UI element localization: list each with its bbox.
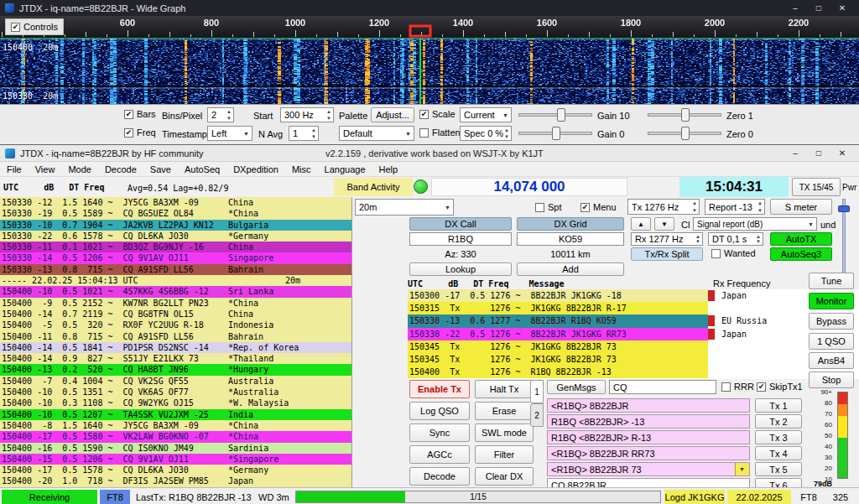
skiptx1-checkbox[interactable]: SkipTx1 (757, 382, 803, 392)
decode-row[interactable]: 150400 -17 0.5 1578 ~ CQ DL6KA JO30*Germ… (0, 465, 351, 475)
rx-row[interactable]: 150300 -17 0.5 1276 ~ 8B22BJR JK1GKG -18… (408, 289, 859, 302)
tx-message-field-2[interactable]: R1BQ <8B22BJR> -13 (547, 414, 750, 429)
monitor-button[interactable]: Monitor (809, 293, 854, 309)
rx-row[interactable]: 150330 -13 0.6 1277 ~ 8B22BJR R1BQ KO59E… (408, 314, 859, 327)
spt-checkbox[interactable]: Spt (535, 202, 562, 212)
dx-call-field[interactable]: R1BQ (409, 232, 512, 246)
gain-slider-bottom[interactable] (518, 127, 592, 140)
navg-spinner[interactable]: 1 (289, 126, 319, 141)
menu-misc[interactable]: Misc (285, 164, 318, 174)
timestamp-combo[interactable]: Left (207, 126, 252, 141)
freq-checkbox[interactable]: Freq (124, 127, 156, 138)
tx-tab-1[interactable]: 1 (530, 380, 544, 403)
tx4-button[interactable]: Tx 4 (755, 446, 802, 460)
frequency-scale[interactable] (0, 16, 859, 39)
rx-row[interactable]: 150400 Tx 1276 ~ R1BQ 8B22BJR -13 (408, 366, 859, 378)
log-qso-button[interactable]: Log QSO (409, 402, 470, 420)
bypass-button[interactable]: Bypass (809, 313, 854, 330)
rx-row[interactable]: 150345 Tx 1276 ~ JK1GKG 8B22BJR 73 (408, 340, 859, 353)
decode-row[interactable]: 150400 -9 0.5 2152 ~ KW7NR BG2LLT PN23*C… (0, 298, 351, 309)
rx-row[interactable]: 150345 Tx 1276 ~ JK1GKG 8B22BJR 73 (408, 353, 859, 366)
swl-mode-button[interactable]: SWL mode (475, 423, 534, 442)
rx-frequency-list[interactable]: 150300 -17 0.5 1276 ~ 8B22BJR JK1GKG -18… (408, 289, 859, 379)
signal-report-combo[interactable]: Signal report (dB) (693, 217, 817, 231)
dial-frequency[interactable]: 14,074 000 (431, 178, 627, 196)
decode-row[interactable]: 150330 -12 1.5 1640 ~ JY5CG BA3XM -09Chi… (0, 197, 351, 208)
close-button[interactable] (830, 145, 854, 161)
decode-row[interactable]: 150330 -14 0.5 1206 ~ CQ 9V1AV OJ11Singa… (0, 252, 351, 263)
slider-handle[interactable] (681, 127, 690, 140)
dx-grid-header[interactable]: DX Grid (517, 217, 624, 231)
stop-button[interactable]: Stop (809, 372, 854, 388)
decode-row[interactable]: 150330 -11 0.1 1021 ~ BD3QZ BG9NJY -16Ch… (0, 242, 351, 252)
slider-handle[interactable] (552, 127, 560, 140)
decode-row[interactable]: 150400 -10 0.5 1351 ~ CQ VK6AS OF77*Aust… (0, 387, 351, 397)
decode-row[interactable]: 150330 -19 0.5 1589 ~ CQ BG5UEZ OL84*Chi… (0, 208, 351, 219)
dropdown-arrow-icon[interactable] (735, 463, 749, 475)
menu-checkbox[interactable]: Menu (580, 202, 617, 212)
tx-freq-spinner[interactable]: Tx 1276 Hz (627, 199, 700, 215)
autotx-button[interactable]: AutoTX (770, 232, 832, 246)
s-meter-button[interactable]: S meter (770, 199, 832, 215)
pwr-slider[interactable] (839, 199, 849, 276)
spectrum-mode-combo[interactable]: Current (460, 107, 512, 122)
zero-slider-bottom[interactable] (648, 127, 721, 140)
band-activity-list[interactable]: 150330 -12 1.5 1640 ~ JY5CG BA3XM -09Chi… (0, 197, 351, 487)
menu-autoseq[interactable]: AutoSeq (178, 164, 226, 174)
zero-slider-top[interactable] (648, 108, 721, 122)
tune-button[interactable]: Tune (809, 273, 854, 289)
decode-row[interactable]: 150400 -10 0.5 1207 ~ TA4SSK VU2JXM -25I… (0, 409, 351, 420)
gain-slider-top[interactable] (518, 108, 592, 122)
genmsgs-button[interactable]: GenMsgs (547, 380, 606, 394)
menu-view[interactable]: View (29, 164, 62, 174)
lookup-button[interactable]: Lookup (409, 262, 512, 276)
close-button[interactable] (830, 0, 854, 16)
decode-row[interactable]: 150400 -14 0.9 827 ~ S51JY E21LKX 73*Tha… (0, 353, 351, 364)
decode-row[interactable]: 150400 -14 0.7 2119 ~ CQ BG8TFN OL15Chin… (0, 309, 351, 320)
tx5-button[interactable]: Tx 5 (755, 462, 802, 476)
slider-handle[interactable] (681, 108, 690, 122)
decode-row[interactable]: 150400 -11 0.8 715 ~ CQ A91SFD LL56Bahra… (0, 331, 351, 342)
tx2-button[interactable]: Tx 2 (755, 414, 802, 429)
maximize-button[interactable] (807, 0, 830, 16)
menu-help[interactable]: Help (372, 164, 405, 174)
decode-row[interactable]: 150400 -20 1.0 718 ~ DF3IS JA2SEW PM85Ja… (0, 475, 351, 486)
tx-message-field-1[interactable]: <R1BQ> 8B22BJR (547, 398, 750, 413)
tx-message-field-3[interactable]: R1BQ <8B22BJR> R-13 (547, 430, 750, 444)
minimize-button[interactable] (784, 0, 807, 16)
tab-band-activity[interactable]: Band Activity (334, 178, 413, 196)
maximize-button[interactable] (807, 145, 830, 161)
decode-row[interactable]: 150330 -22 0.6 1578 ~ CQ DL6KA JO30*Germ… (0, 231, 351, 242)
1-qso-button[interactable]: 1 QSO (809, 333, 854, 350)
adjust-button[interactable]: Adjust... (371, 107, 414, 122)
dt-spinner[interactable]: DT 0,1 s (708, 232, 763, 246)
tx-message-field-5[interactable]: <R1BQ> 8B22BJR 73 (547, 462, 750, 476)
flatten-checkbox[interactable]: Flatten (419, 127, 461, 138)
dx-call-header[interactable]: DX Call (409, 217, 512, 231)
dx-grid-field[interactable]: KO59 (517, 232, 624, 246)
tab-rx-frequency[interactable]: Rx Frequency (713, 278, 770, 288)
slider-handle[interactable] (557, 108, 565, 122)
txrx-split-button[interactable]: Tx/Rx Split (631, 247, 703, 261)
decode-row[interactable]: 150400 -5 0.5 320 ~ RX0F YC2UUG R-18Indo… (0, 320, 351, 330)
rx-row[interactable]: 150315 Tx 1276 ~ JK1GKG 8B22BJR R-17 (408, 302, 859, 314)
tx-watchdog-button[interactable]: TX 15/45 (792, 178, 841, 196)
decode-row[interactable]: 150400 -10 0.3 1108 ~ CQ 9W2YKG OJ15*W. … (0, 397, 351, 408)
band-combo[interactable]: 20m (355, 199, 454, 216)
decode-row[interactable]: 150330 -13 0.8 715 ~ CQ A91SFD LL56Bahra… (0, 264, 351, 275)
decode-row[interactable]: 150400 -16 0.5 1590 ~ CQ IS0KNO JM49Sard… (0, 443, 351, 454)
palette-combo[interactable]: Default (339, 126, 414, 141)
menu-dxpedition[interactable]: DXpedition (226, 164, 285, 174)
decode-button[interactable]: Decode (409, 467, 470, 486)
enable-tx-button[interactable]: Enable Tx (409, 380, 470, 398)
waterfall-canvas[interactable] (0, 39, 859, 104)
minimize-button[interactable] (784, 145, 807, 161)
decode-row[interactable]: 150400 -15 0.5 1206 ~ CQ 9V1AV OJ11*Sing… (0, 454, 351, 465)
menu-save[interactable]: Save (143, 164, 178, 174)
menu-mode[interactable]: Mode (61, 164, 98, 174)
decode-row[interactable]: 150400 -8 1.5 1640 ~ JY5CG BA3XM -09*Chi… (0, 420, 351, 431)
rx-freq-spinner[interactable]: Rx 1277 Hz (631, 232, 703, 246)
freq-up-button[interactable]: ▲ (631, 217, 651, 231)
clear-dx-button[interactable]: Clear DX (475, 467, 534, 486)
tx1-button[interactable]: Tx 1 (755, 398, 802, 413)
